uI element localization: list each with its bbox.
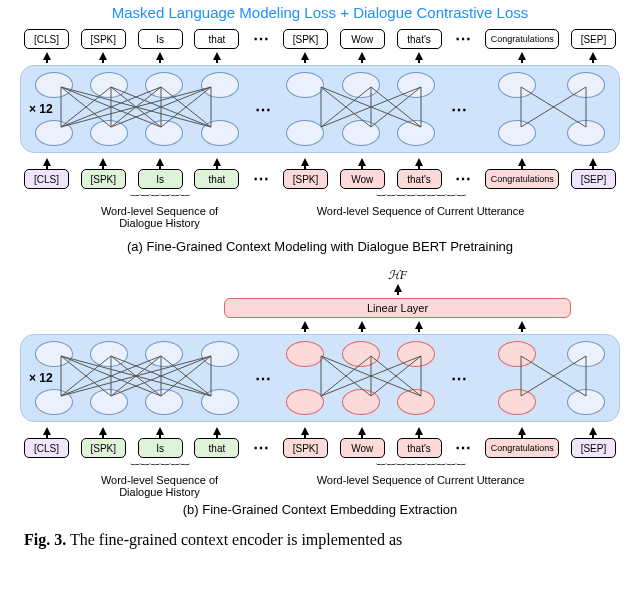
arrow-up-icon bbox=[358, 158, 366, 166]
token-that-out: that bbox=[194, 29, 239, 49]
token-thats-in: that's bbox=[397, 169, 442, 189]
figure: Masked Language Modeling Loss + Dialogue… bbox=[0, 0, 640, 549]
hidden-oval bbox=[35, 72, 73, 98]
hidden-oval bbox=[567, 120, 605, 146]
hidden-oval bbox=[567, 341, 605, 367]
hidden-oval-pink bbox=[498, 341, 536, 367]
dots-icon: ⋯ bbox=[453, 438, 473, 458]
figure-number: Fig. 3. bbox=[24, 531, 66, 548]
dots-icon: ⋯ bbox=[453, 169, 473, 189]
linear-layer-row: Linear Layer bbox=[20, 298, 620, 318]
hidden-oval-pink bbox=[342, 389, 380, 415]
hidden-oval bbox=[498, 72, 536, 98]
hidden-oval bbox=[286, 72, 324, 98]
arrow-up-icon bbox=[43, 52, 51, 60]
dots-icon: ⋯ bbox=[453, 29, 473, 49]
hidden-oval bbox=[201, 389, 239, 415]
token-spk-out: [SPK] bbox=[81, 29, 126, 49]
arrows-out-a bbox=[20, 49, 620, 63]
hidden-oval bbox=[145, 72, 183, 98]
hidden-oval-pink bbox=[286, 389, 324, 415]
hidden-oval bbox=[90, 120, 128, 146]
arrow-up-icon bbox=[156, 427, 164, 435]
token-spk-in: [SPK] bbox=[81, 169, 126, 189]
brace-row-b: ︸︸︸︸︸︸ Word-level Sequence of Dialogue H… bbox=[20, 462, 620, 498]
hidden-oval bbox=[35, 341, 73, 367]
hidden-oval-pink bbox=[397, 341, 435, 367]
input-token-row-a: [CLS] [SPK] Is that ⋯ [SPK] Wow that's ⋯… bbox=[20, 169, 620, 189]
arrow-up-icon bbox=[518, 321, 526, 329]
token-is-in: Is bbox=[138, 169, 183, 189]
token-spk-in: [SPK] bbox=[81, 438, 126, 458]
hidden-oval bbox=[35, 389, 73, 415]
loss-title: Masked Language Modeling Loss + Dialogue… bbox=[20, 4, 620, 21]
hidden-oval bbox=[201, 120, 239, 146]
arrow-up-icon bbox=[518, 427, 526, 435]
token-that-in: that bbox=[194, 169, 239, 189]
brace-icon: ︸︸︸︸︸︸︸︸︸ bbox=[281, 462, 561, 474]
figure-caption-text: The fine-grained context encoder is impl… bbox=[66, 531, 402, 548]
arrow-up-icon bbox=[589, 52, 597, 60]
arrow-up-icon bbox=[415, 427, 423, 435]
arrow-up-icon bbox=[99, 427, 107, 435]
token-sep-out: [SEP] bbox=[571, 29, 616, 49]
arrow-up-icon bbox=[358, 52, 366, 60]
arrow-up-icon bbox=[301, 52, 309, 60]
arrow-up-icon bbox=[358, 427, 366, 435]
arrow-up-icon bbox=[213, 427, 221, 435]
brace-icon: ︸︸︸︸︸︸ bbox=[80, 462, 240, 474]
arrow-up-icon bbox=[301, 158, 309, 166]
hidden-oval bbox=[35, 120, 73, 146]
arrows-in-b bbox=[20, 424, 620, 438]
current-label: Word-level Sequence of Current Utterance bbox=[317, 474, 525, 486]
brace-icon: ︸︸︸︸︸︸︸︸︸ bbox=[281, 193, 561, 205]
arrow-up-icon bbox=[301, 321, 309, 329]
token-wow-in: Wow bbox=[340, 438, 385, 458]
token-spk2-in: [SPK] bbox=[283, 438, 328, 458]
token-cls-in: [CLS] bbox=[24, 438, 69, 458]
dots-icon: ⋯ bbox=[251, 29, 271, 49]
arrow-up-icon bbox=[301, 427, 309, 435]
hidden-oval bbox=[567, 72, 605, 98]
brace-icon: ︸︸︸︸︸︸ bbox=[80, 193, 240, 205]
arrow-up-icon bbox=[156, 158, 164, 166]
oval-row-top: ⋯ ⋯ bbox=[27, 72, 613, 146]
token-congrats-in: Congratulations bbox=[485, 438, 559, 458]
arrow-up-icon bbox=[394, 284, 402, 292]
transformer-encoder-a: × 12 ⋯ ⋯ bbox=[20, 65, 620, 153]
brace-row-a: ︸︸︸︸︸︸ Word-level Sequence of Dialogue H… bbox=[20, 193, 620, 229]
arrow-up-icon bbox=[589, 427, 597, 435]
hidden-oval bbox=[342, 72, 380, 98]
token-spk2-out: [SPK] bbox=[283, 29, 328, 49]
token-is-out: Is bbox=[138, 29, 183, 49]
hidden-oval bbox=[397, 120, 435, 146]
hidden-oval bbox=[145, 341, 183, 367]
token-thats-out: that's bbox=[397, 29, 442, 49]
caption-b: (b) Fine-Grained Context Embedding Extra… bbox=[20, 502, 620, 517]
token-wow-out: Wow bbox=[340, 29, 385, 49]
dots-icon: ⋯ bbox=[449, 341, 469, 415]
arrow-up-icon bbox=[43, 427, 51, 435]
hidden-oval bbox=[342, 120, 380, 146]
hidden-oval bbox=[567, 389, 605, 415]
token-that-in: that bbox=[194, 438, 239, 458]
hidden-oval-pink bbox=[498, 389, 536, 415]
figure-caption: Fig. 3. The fine-grained context encoder… bbox=[20, 531, 620, 549]
caption-a: (a) Fine-Grained Context Modeling with D… bbox=[20, 239, 620, 254]
input-token-row-b: [CLS] [SPK] Is that ⋯ [SPK] Wow that's ⋯… bbox=[20, 438, 620, 458]
linear-layer: Linear Layer bbox=[224, 298, 571, 318]
token-congrats-in: Congratulations bbox=[485, 169, 559, 189]
arrow-up-icon bbox=[415, 321, 423, 329]
arrow-up-icon bbox=[99, 158, 107, 166]
history-label: Word-level Sequence of Dialogue History bbox=[80, 205, 240, 229]
hidden-oval bbox=[498, 120, 536, 146]
hidden-oval bbox=[201, 72, 239, 98]
output-token-row-a: [CLS] [SPK] Is that ⋯ [SPK] Wow that's ⋯… bbox=[20, 29, 620, 49]
transformer-encoder-b: × 12 ⋯ ⋯ bbox=[20, 334, 620, 422]
arrow-up-icon bbox=[589, 158, 597, 166]
hidden-oval bbox=[145, 120, 183, 146]
token-is-in: Is bbox=[138, 438, 183, 458]
token-cls-out: [CLS] bbox=[24, 29, 69, 49]
dots-icon: ⋯ bbox=[251, 438, 271, 458]
hidden-oval bbox=[90, 389, 128, 415]
